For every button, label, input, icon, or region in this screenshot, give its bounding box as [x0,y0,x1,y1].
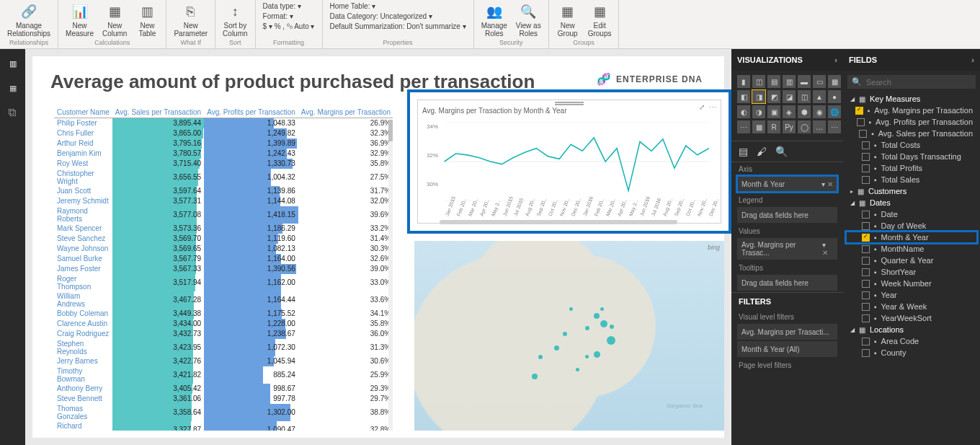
field-shortyear[interactable]: ▪ShortYear [846,266,977,278]
field-total-days-transacting[interactable]: ▪Total Days Transacting [846,151,977,162]
filter-monthyear[interactable]: Month & Year (All) [737,341,837,357]
chevron-right-icon[interactable]: › [834,56,837,64]
viz-type-icon[interactable]: ▦ [752,120,765,133]
viz-type-icon[interactable]: ▲ [813,90,826,103]
checkbox[interactable] [859,130,867,138]
checkbox[interactable] [857,118,865,126]
checkbox[interactable] [862,291,870,299]
checkbox[interactable] [862,303,870,311]
table-customers[interactable]: ▸▦Customers [846,185,977,197]
viz-type-icon[interactable]: ⬢ [798,105,811,118]
table-row[interactable]: Craig Rodriguez3,432.731,238.6736.0% [54,329,393,339]
field-avg.-sales-per-transaction[interactable]: ▪Avg. Sales per Transaction [846,128,977,139]
fields-header[interactable]: FIELDS › [843,49,980,71]
field-week-number[interactable]: ▪Week Number [846,278,977,289]
axis-well[interactable]: Month & Year ▾ ✕ [737,176,837,192]
viz-type-icon[interactable]: ▤ [767,75,780,88]
table-row[interactable]: Arthur Reid3,795.161,399.8936.9% [54,138,393,149]
field-quarter-&-year[interactable]: ▪Quarter & Year [846,255,977,266]
viz-type-icon[interactable]: ◉ [813,105,826,118]
field-monthname[interactable]: ▪MonthName [846,243,977,255]
column-header[interactable]: Avg. Margins per Trasaction [298,107,393,118]
values-field-chip[interactable]: Avg. Margins per Trasac... [741,241,822,257]
table-row[interactable]: Stephen Reynolds3,423.951,072.3031.3% [54,339,393,356]
data-view-icon[interactable]: ▦ [4,79,22,97]
viz-type-icon[interactable]: ◧ [737,90,750,103]
checkbox[interactable] [862,280,870,288]
table-key-measures[interactable]: ◢▦Key Measures [846,93,977,105]
map-bubble[interactable] [585,355,589,358]
table-row[interactable]: William Andrews3,467.281,164.4433.6% [54,291,393,309]
line-chart-visual[interactable]: ⤢ ⋯ Avg. Margins per Trasaction by Month… [407,89,731,234]
table-row[interactable]: Jerry Barnes3,422.761,045.9430.6% [54,356,393,366]
report-page[interactable]: Average amount of product purchased per … [32,56,724,438]
table-row[interactable]: Anthony Berry3,405.42998.6729.3% [54,384,393,394]
chevron-down-icon[interactable]: ▾ ✕ [822,241,833,257]
visualizations-header[interactable]: VISUALIZATIONS › [731,49,843,71]
ribbon-row[interactable]: Format: ▾ [260,12,296,21]
checkbox[interactable] [862,338,870,345]
map-bubble[interactable] [576,368,579,371]
field-day-of-week[interactable]: ▪Day of Week [846,220,977,232]
ribbon-sort-by-column[interactable]: ↕Sort by Column [220,1,250,39]
checkbox[interactable] [862,234,870,242]
viz-type-icon[interactable]: R [767,120,780,133]
values-well[interactable]: Avg. Margins per Trasac... ▾ ✕ [737,238,837,260]
table-row[interactable]: Wayne Johnson3,569.651,082.1330.3% [54,244,393,254]
chevron-right-icon[interactable]: › [971,56,974,64]
table-row[interactable]: Richard Peterson3,327.871,090.4732.8% [54,421,393,431]
ribbon-new-table[interactable]: ▥New Table [133,1,161,39]
viz-type-icon[interactable]: ◩ [767,90,780,103]
chart-scrollbar[interactable] [440,220,677,224]
model-view-icon[interactable]: ⿻ [4,104,22,121]
field-year-&-week[interactable]: ▪Year & Week [846,301,977,312]
viz-type-icon[interactable]: ◨ [752,90,765,103]
ribbon-row[interactable]: $ ▾ % , ⁰₀ Auto ▾ [260,22,318,31]
ribbon-manage-relationships[interactable]: 🔗Manage Relationships [4,1,53,39]
table-row[interactable]: Bobby Coleman3,449.381,175.5234.1% [54,309,393,319]
viz-type-icon[interactable]: ● [828,90,841,103]
checkbox[interactable] [862,245,870,253]
table-row[interactable]: Christopher Wright3,656.551,004.3227.5% [54,169,393,186]
checkbox[interactable] [862,211,870,219]
viz-type-icon[interactable]: … [813,120,826,133]
table-row[interactable]: Steve Sanchez3,569.701,119.6031.4% [54,234,393,244]
table-row[interactable]: Raymond Roberts3,577.081,418.1539.6% [54,206,393,224]
table-locations[interactable]: ◢▦Locations [846,324,977,335]
viz-more-icon[interactable]: ⋯ [828,120,841,133]
checkbox[interactable] [862,164,870,172]
field-avg.-profits-per-transaction[interactable]: ▪Avg. Profits per Transaction [846,116,977,128]
filter-margins[interactable]: Avg. Margins per Trasacti... [737,324,837,340]
focus-mode-icon[interactable]: ⤢ [699,103,705,111]
remove-icon[interactable]: ✕ [822,249,828,257]
drag-handle-icon[interactable] [555,102,584,105]
checkbox[interactable] [862,349,870,357]
checkbox[interactable] [862,314,870,322]
field-total-sales[interactable]: ▪Total Sales [846,174,977,185]
map-bubble[interactable] [610,325,614,329]
checkbox[interactable] [862,222,870,230]
viz-type-icon[interactable]: 🌐 [828,105,841,118]
viz-type-icon[interactable]: ◪ [783,90,796,103]
map-bubble[interactable] [585,326,589,330]
map-bubble[interactable] [594,351,600,358]
viz-type-icon[interactable]: ◫ [752,75,765,88]
table-row[interactable]: Chris Fuller3,865.001,249.8232.3% [54,128,393,138]
viz-type-icon[interactable]: ▭ [813,75,826,88]
viz-type-icon[interactable]: ▬ [798,75,811,88]
checkbox[interactable] [862,257,870,265]
viz-type-icon[interactable]: ▥ [783,75,796,88]
viz-type-icon[interactable]: ▣ [767,105,780,118]
table-dates[interactable]: ◢▦Dates [846,197,977,208]
viz-type-icon[interactable]: ◯ [798,120,811,133]
field-total-profits[interactable]: ▪Total Profits [846,162,977,174]
map-bubble[interactable] [607,336,615,345]
table-row[interactable]: Steve Bennett3,361.06997.7829.7% [54,394,393,404]
checkbox[interactable] [862,268,870,276]
search-input[interactable] [866,78,971,87]
table-visual[interactable]: Customer NameAvg. Sales per TransactionA… [54,107,393,431]
more-options-icon[interactable]: ⋯ [709,103,716,111]
viz-type-icon[interactable]: ▦ [828,75,841,88]
viz-type-icon[interactable]: Py [783,120,796,133]
checkbox[interactable] [862,153,870,161]
